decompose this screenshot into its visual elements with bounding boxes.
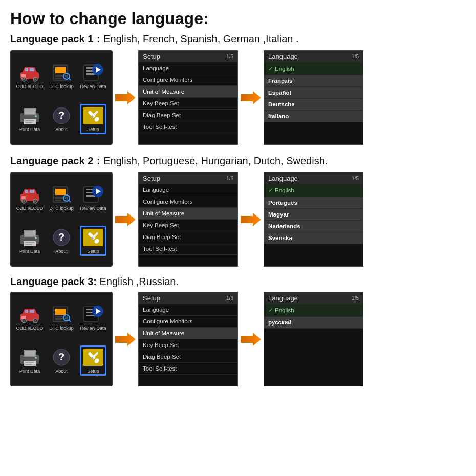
device-icon-dtclookup: DTC lookup bbox=[49, 63, 74, 89]
setup-item-tool-self-test: Tool Self-test bbox=[139, 363, 237, 375]
device-grid-2: OBDII/EOBD DTC lookup Review Data Print … bbox=[10, 172, 113, 267]
arrow2-3 bbox=[238, 332, 264, 347]
lang-item-español: Español bbox=[264, 87, 363, 99]
svg-text:?: ? bbox=[58, 231, 64, 243]
lang-header-label: Language bbox=[268, 175, 298, 182]
pack-row-1: OBDII/EOBD DTC lookup Review Data Print … bbox=[10, 50, 466, 145]
device-icon-dtclookup: DTC lookup bbox=[49, 305, 74, 331]
setup-item-language: Language bbox=[139, 62, 237, 74]
svg-rect-101 bbox=[25, 362, 34, 363]
setup-item-configure-monitors: Configure Monitors bbox=[139, 74, 237, 86]
pack-section-1: Language pack 1：English, French, Spanish… bbox=[10, 32, 466, 145]
device-icon-setup: Setup bbox=[80, 104, 106, 134]
arrow2-1 bbox=[238, 90, 264, 105]
lang-menu-3: Language1/5✓Englishрусский bbox=[264, 292, 363, 386]
setup-item-unit-of-measure: Unit of Measure bbox=[139, 86, 237, 98]
device-icon-setup: Setup bbox=[80, 226, 106, 256]
lang-menu-1: Language1/5✓EnglishFrançaisEspañolDeutsc… bbox=[264, 50, 363, 145]
svg-rect-40 bbox=[30, 190, 34, 193]
svg-rect-28 bbox=[25, 109, 35, 114]
pack-title-3: Language pack 3: English ,Russian. bbox=[10, 276, 466, 288]
svg-line-91 bbox=[69, 320, 71, 322]
device-icon-printdata: Print Data bbox=[18, 348, 41, 374]
lang-item-deutsche: Deutsche bbox=[264, 99, 363, 111]
svg-rect-63 bbox=[25, 242, 34, 243]
setup-item-key-beep-set: Key Beep Set bbox=[139, 220, 237, 231]
lang-item-svenska: Svenska bbox=[264, 232, 363, 244]
device-grid-3: OBDII/EOBD DTC lookup Review Data Print … bbox=[10, 292, 113, 386]
svg-point-90 bbox=[65, 316, 68, 319]
svg-point-81 bbox=[23, 320, 25, 322]
lang-item-français: Français bbox=[264, 75, 363, 87]
device-icon-about: ? About bbox=[50, 348, 73, 374]
svg-marker-74 bbox=[115, 213, 136, 226]
setup-header-label: Setup bbox=[143, 175, 160, 182]
setup-item-configure-monitors: Configure Monitors bbox=[139, 196, 237, 208]
svg-rect-62 bbox=[24, 241, 36, 246]
svg-rect-104 bbox=[25, 351, 35, 356]
pack-title-2: Language pack 2：English, Portuguese, Hun… bbox=[10, 154, 466, 168]
arrow1-3 bbox=[113, 332, 138, 347]
svg-point-52 bbox=[65, 197, 68, 200]
setup-item-key-beep-set: Key Beep Set bbox=[139, 98, 237, 110]
setup-menu-3: Setup1/6LanguageConfigure MonitorsUnit o… bbox=[138, 292, 238, 386]
svg-rect-77 bbox=[25, 310, 28, 313]
svg-point-65 bbox=[35, 237, 37, 239]
svg-rect-100 bbox=[24, 361, 36, 366]
lang-item-português: Português bbox=[264, 197, 363, 209]
device-grid-1: OBDII/EOBD DTC lookup Review Data Print … bbox=[10, 50, 113, 145]
setup-item-tool-self-test: Tool Self-test bbox=[139, 121, 237, 133]
svg-rect-1 bbox=[25, 68, 28, 71]
svg-text:?: ? bbox=[58, 110, 64, 121]
svg-line-15 bbox=[69, 78, 71, 80]
lang-item-english: ✓English bbox=[264, 304, 363, 317]
lang-page-num: 1/5 bbox=[352, 54, 359, 59]
svg-point-43 bbox=[23, 200, 25, 202]
setup-page-num: 1/6 bbox=[226, 54, 233, 59]
svg-rect-24 bbox=[24, 119, 36, 124]
svg-point-14 bbox=[65, 75, 68, 78]
svg-point-82 bbox=[34, 320, 36, 322]
svg-rect-2 bbox=[30, 68, 34, 71]
lang-item-italiano: Italiano bbox=[264, 111, 363, 122]
svg-rect-45 bbox=[21, 196, 26, 199]
lang-item-magyar: Magyar bbox=[264, 209, 363, 221]
device-icon-about: ? About bbox=[50, 228, 73, 254]
device-icon-reviewdata: Review Data bbox=[80, 305, 106, 331]
lang-item-english: ✓English bbox=[264, 62, 363, 75]
svg-point-6 bbox=[34, 78, 36, 80]
device-icon-reviewdata: Review Data bbox=[80, 63, 106, 89]
svg-marker-37 bbox=[241, 91, 261, 104]
svg-rect-25 bbox=[25, 120, 34, 121]
svg-rect-7 bbox=[21, 74, 26, 77]
lang-item-english: ✓English bbox=[264, 184, 363, 197]
device-icon-reviewdata: Review Data bbox=[80, 185, 106, 211]
setup-page-num: 1/6 bbox=[226, 295, 233, 301]
svg-marker-75 bbox=[241, 213, 261, 226]
svg-rect-64 bbox=[25, 244, 32, 245]
setup-page-num: 1/6 bbox=[226, 176, 233, 181]
setup-item-diag-beep-set: Diag Beep Set bbox=[139, 231, 237, 243]
setup-item-unit-of-measure: Unit of Measure bbox=[139, 328, 237, 339]
lang-item-nederlands: Nederlands bbox=[264, 221, 363, 232]
svg-rect-47 bbox=[55, 189, 66, 195]
arrow1-2 bbox=[113, 212, 138, 227]
pack-section-3: Language pack 3: English ,Russian. OBDII… bbox=[10, 276, 466, 386]
setup-item-configure-monitors: Configure Monitors bbox=[139, 316, 237, 328]
setup-menu-1: Setup1/6LanguageConfigure MonitorsUnit o… bbox=[138, 50, 238, 145]
setup-item-diag-beep-set: Diag Beep Set bbox=[139, 351, 237, 363]
lang-menu-2: Language1/5✓EnglishPortuguêsMagyarNederl… bbox=[264, 172, 363, 267]
device-icon-obdiieobd: OBDII/EOBD bbox=[16, 185, 44, 211]
svg-rect-66 bbox=[25, 231, 35, 236]
device-icon-printdata: Print Data bbox=[18, 106, 41, 132]
setup-item-unit-of-measure: Unit of Measure bbox=[139, 208, 237, 220]
pack-title-1: Language pack 1：English, French, Spanish… bbox=[10, 32, 466, 46]
device-icon-dtclookup: DTC lookup bbox=[49, 185, 74, 211]
setup-item-key-beep-set: Key Beep Set bbox=[139, 339, 237, 351]
setup-header-label: Setup bbox=[143, 53, 160, 60]
setup-item-language: Language bbox=[139, 184, 237, 196]
lang-header-label: Language bbox=[268, 294, 298, 302]
pack-row-3: OBDII/EOBD DTC lookup Review Data Print … bbox=[10, 292, 466, 386]
lang-item-русский: русский bbox=[264, 317, 363, 329]
page-title: How to change language: bbox=[10, 9, 466, 28]
